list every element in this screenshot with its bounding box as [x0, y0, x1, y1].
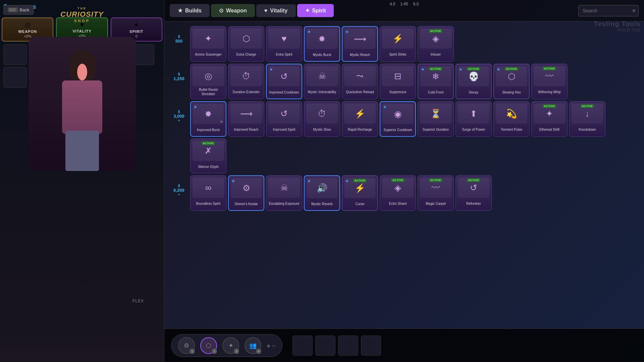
item-rapid-recharge[interactable]: ⚡ Rapid Recharge — [342, 101, 378, 137]
item-duration-extender[interactable]: ⏱ Duration Extender — [228, 64, 264, 99]
bottom-slot-1[interactable] — [292, 336, 313, 356]
bottom-bar: ⚙ 1 ⬡ 2 ✦ 3 👥 4 ◆ ∞ — [164, 328, 644, 362]
item-suppressor[interactable]: ⊟ Suppressor — [380, 64, 416, 99]
sg-active-badge: ACTIVE — [202, 141, 215, 145]
tab-builds[interactable]: ★ Builds — [170, 4, 210, 17]
item-brs-icon-area: ◎ — [193, 66, 224, 86]
item-ic-icon-area: ★ ↺ — [269, 66, 300, 86]
item-is-icon-area: ↺ — [268, 104, 300, 124]
item-infuser[interactable]: ACTIVE ◈ Infuser — [418, 26, 454, 62]
item-improved-spirit[interactable]: ↺ Improved Spirit — [266, 101, 302, 137]
item-torment-pulse[interactable]: 💫 Torment Pulse — [493, 101, 530, 137]
item-superior-duration[interactable]: ⏳ Superior Duration — [418, 101, 454, 137]
item-sd-icon-area: ⏳ — [420, 104, 451, 124]
item-infuser-icon-area: ACTIVE ◈ — [420, 28, 451, 49]
item-improved-reach[interactable]: ⟿ Improved Reach — [228, 101, 264, 137]
item-mystic-reach-icon-area: ★ ⟿ — [344, 29, 375, 49]
qr-name: Quicksilver Reload — [344, 87, 376, 96]
ee-name: Escalating Exposure — [268, 199, 300, 208]
flex-label: FLEX — [132, 299, 144, 303]
ww-icon: 〰 — [545, 71, 554, 81]
tab-vitality[interactable]: ♥ Vitality — [256, 4, 296, 17]
hud-score2: 6.0 — [413, 2, 419, 6]
ic-star: ★ — [269, 67, 273, 72]
item-bullet-resist-shredder[interactable]: ◎ Bullet Resist Shredder — [190, 64, 226, 99]
item-echo-shard[interactable]: ACTIVE ◈ Echo Shard — [380, 175, 416, 211]
item-ammo-scavenger[interactable]: ✦ Ammo Scavenger — [190, 26, 226, 62]
ammo-scavenger-icon: ✦ — [205, 34, 212, 44]
item-spirit-strike-icon-area: ⚡ — [382, 28, 414, 49]
item-escalating-exposure[interactable]: ☠ Escalating Exposure — [266, 175, 302, 211]
item-mystic-vulnerability[interactable]: ☠ Mystic Vulnerability — [304, 64, 340, 99]
item-quicksilver-reload[interactable]: ⤳ Quicksilver Reload — [342, 64, 378, 99]
tier-3000-dollar: $ — [178, 110, 180, 114]
item-extra-charge-icon-area: ⬡ — [230, 28, 262, 49]
tab-spirit[interactable]: ✦ Spirit — [297, 4, 334, 17]
spirit-strike-icon: ⚡ — [392, 34, 403, 44]
item-decay[interactable]: ★ ACTIVE 💀 Decay — [455, 64, 492, 99]
item-surge-of-power[interactable]: ⬆ Surge of Power — [455, 101, 492, 137]
dk-icon: ⚙ — [243, 183, 250, 193]
item-superior-cooldown[interactable]: ★ ◉ Superior Cooldown — [380, 101, 416, 137]
search-input[interactable] — [578, 5, 639, 16]
sup-name: Suppressor — [382, 87, 414, 96]
item-cf-icon-area: ★ ACTIVE ❄ — [420, 66, 451, 86]
item-ref-icon-area: ACTIVE ↺ — [458, 178, 489, 198]
ic-name: Improved Cooldown — [269, 88, 300, 97]
echo-active-badge: ACTIVE — [391, 178, 405, 182]
spirit-tab-icon: ✦ — [305, 7, 310, 14]
item-withering-whip[interactable]: ACTIVE 〰 Withering Whip — [531, 64, 568, 99]
build-slot-4[interactable]: 👥 4 — [245, 337, 261, 354]
item-boundless-spirit[interactable]: ∞ Boundless Spirit — [190, 175, 226, 211]
bottom-slot-3[interactable] — [338, 336, 358, 356]
extra-charge-name: Extra Charge — [230, 50, 262, 59]
item-cold-front[interactable]: ★ ACTIVE ❄ Cold Front — [418, 64, 454, 99]
curse-star: ★ — [345, 179, 349, 183]
shop-the: THE — [60, 7, 104, 10]
tier-1250-row: $ 1,250 ◎ Bullet Resist Shredder ⏱ Durat… — [170, 64, 639, 99]
scroll-spacer — [170, 213, 639, 250]
item-improved-burst[interactable]: ★ ✸ ★ Improved Burst — [190, 101, 226, 137]
curse-active-badge: ACTIVE — [353, 179, 367, 182]
extra-charge-icon: ⬡ — [243, 34, 250, 44]
build-slot-1[interactable]: ⚙ 1 — [178, 337, 195, 354]
item-magic-carpet[interactable]: ACTIVE 〰 Magic Carpet — [418, 175, 454, 211]
item-diviners-kevlar[interactable]: ★ ⚙ Diviner's Kevlar — [228, 175, 264, 211]
tier-6200-dollar: $ — [178, 184, 180, 188]
item-knockdown[interactable]: ACTIVE ↓ Knockdown — [569, 101, 605, 137]
tab-weapon[interactable]: ⊙ Weapon — [211, 4, 255, 17]
weapon-name: WEAPON — [4, 29, 51, 34]
items-area[interactable]: $ 500 ✦ Ammo Scavenger ⬡ Extra Charge — [164, 23, 644, 362]
item-dk-icon-area: ★ ⚙ — [231, 178, 262, 198]
shop-shop: SHOP — [60, 19, 104, 23]
item-slowing-hex[interactable]: ★ ACTIVE ⬡ Slowing Hex — [493, 64, 530, 99]
build-slot-2[interactable]: ⬡ 2 — [200, 337, 217, 354]
ib-icon: ✸ — [205, 109, 212, 119]
infuser-name: Infuser — [420, 50, 451, 59]
item-ms-icon-area: ⏱ — [306, 104, 338, 124]
item-ethereal-shift[interactable]: ACTIVE ✦ Ethereal Shift — [531, 101, 568, 137]
tier-500-amount: 500 — [175, 39, 183, 44]
sg-icon: ✗ — [205, 146, 212, 156]
weapon-icon: ⊙ — [4, 21, 51, 29]
search-close-icon[interactable]: ✕ — [632, 8, 636, 13]
build-slot-3[interactable]: ✦ 3 — [222, 337, 239, 354]
bottom-slot-2[interactable] — [315, 336, 335, 356]
tier-1250-label: $ 1,250 — [170, 64, 188, 81]
item-improved-cooldown[interactable]: ★ ↺ Improved Cooldown — [266, 64, 302, 99]
item-silence-glyph[interactable]: ACTIVE ✗ Silence Glyph — [190, 138, 226, 173]
item-mystic-burst[interactable]: ★ ✸ Mystic Burst — [304, 26, 340, 62]
item-extra-spirit[interactable]: ♥ Extra Spirit — [266, 26, 302, 62]
item-mystic-reach[interactable]: ★ ⟿ Mystic Reach — [342, 26, 378, 62]
item-extra-charge[interactable]: ⬡ Extra Charge — [228, 26, 264, 62]
item-mystic-reverb[interactable]: ★ 🔊 Mystic Reverb — [304, 175, 340, 211]
vitality-tab-icon: ♥ — [264, 8, 268, 14]
item-refresher[interactable]: ACTIVE ↺ Refresher — [455, 175, 492, 211]
item-mystic-slow[interactable]: ⏱ Mystic Slow — [304, 101, 340, 137]
bottom-slot-4[interactable] — [361, 336, 381, 356]
tier-3000-items: ★ ✸ ★ Improved Burst ⟿ Improved Reach ↺ — [190, 101, 639, 173]
item-sg-icon-area: ACTIVE ✗ — [193, 141, 224, 161]
item-curse[interactable]: ★ ACTIVE ⚡ Curse — [342, 175, 378, 211]
back-button[interactable]: ESC Back — [3, 5, 34, 15]
item-spirit-strike[interactable]: ⚡ Spirit Strike — [380, 26, 416, 62]
